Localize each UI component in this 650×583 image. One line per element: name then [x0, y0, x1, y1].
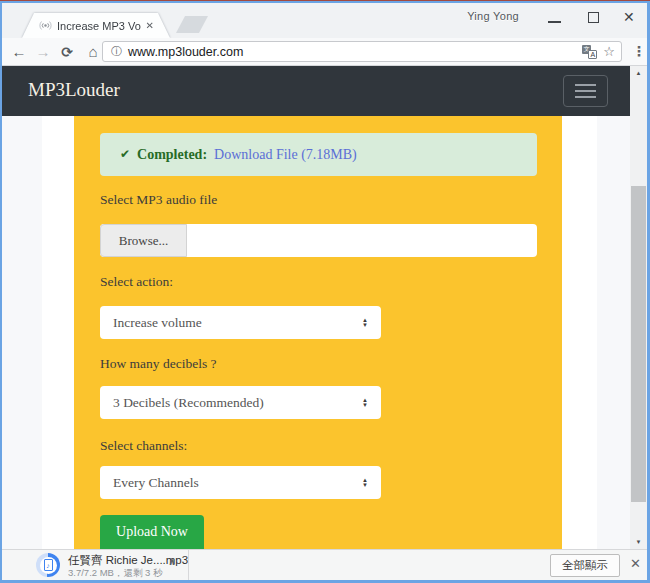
bookmark-star-icon[interactable]: ☆: [603, 44, 615, 59]
site-navbar: MP3Louder: [2, 66, 630, 116]
tab-title: Increase MP3 Volume O: [57, 20, 141, 32]
download-status: 3.7/7.2 MB，還剩 3 秒: [68, 567, 163, 580]
browser-menu-icon[interactable]: ⋮: [631, 43, 647, 61]
translate-icon-front: A: [588, 50, 597, 59]
select-arrows-icon: ▲▼: [362, 318, 368, 327]
browser-tab[interactable]: Increase MP3 Volume O ✕: [22, 13, 170, 38]
browser-toolbar: ← → ⟳ ⌂ ⓘ www.mp3louder.com 文 A ☆ ⋮: [2, 38, 647, 66]
shelf-close-icon[interactable]: ✕: [630, 556, 641, 571]
profile-name[interactable]: Ying Yong: [467, 10, 519, 22]
decibels-label: How many decibels ?: [100, 356, 217, 372]
audio-file-icon: ♪: [44, 559, 53, 571]
select-arrows-icon: ▲▼: [362, 398, 368, 407]
file-input[interactable]: Browse...: [100, 224, 537, 257]
check-icon: ✔: [120, 147, 130, 162]
page-info-icon[interactable]: ⓘ: [111, 44, 122, 59]
home-icon[interactable]: ⌂: [82, 38, 104, 65]
completed-alert: ✔ Completed: Download File (7.18MB): [100, 133, 537, 176]
page-scrollbar[interactable]: ▲ ▼: [630, 66, 647, 549]
file-label: Select MP3 audio file: [100, 192, 217, 208]
tab-close-icon[interactable]: ✕: [146, 20, 154, 31]
browser-window: Increase MP3 Volume O ✕ Ying Yong ✕ ← → …: [0, 0, 650, 583]
titlebar: Increase MP3 Volume O ✕ Ying Yong ✕: [2, 3, 647, 38]
action-select[interactable]: Increase volume ▲▼: [100, 306, 381, 339]
back-icon[interactable]: ←: [8, 38, 30, 65]
channels-label: Select channels:: [100, 438, 187, 454]
sound-wave-icon: [39, 19, 52, 32]
browse-button[interactable]: Browse...: [100, 224, 187, 257]
scroll-up-icon[interactable]: ▲: [630, 66, 647, 80]
action-label: Select action:: [100, 274, 173, 290]
form-container: ✔ Completed: Download File (7.18MB) Sele…: [74, 116, 562, 549]
window-close-button[interactable]: ✕: [623, 9, 635, 25]
completed-label: Completed:: [137, 147, 207, 163]
scroll-down-icon[interactable]: ▼: [630, 535, 647, 549]
shelf-separator: [188, 550, 189, 580]
download-shelf: ♪ 任賢齊 Richie Je....mp3 3.7/7.2 MB，還剩 3 秒…: [2, 549, 647, 580]
download-item-menu-icon[interactable]: ∧: [168, 556, 176, 567]
select-arrows-icon: ▲▼: [362, 478, 368, 487]
channels-select[interactable]: Every Channels ▲▼: [100, 466, 381, 499]
show-all-downloads-button[interactable]: 全部顯示: [550, 554, 620, 577]
url-text: www.mp3louder.com: [128, 45, 576, 59]
maximize-button[interactable]: [588, 12, 599, 23]
hamburger-menu-icon[interactable]: [563, 75, 608, 107]
reload-icon[interactable]: ⟳: [56, 38, 78, 65]
site-logo[interactable]: MP3Louder: [28, 79, 120, 101]
translate-icon[interactable]: 文 A: [582, 45, 597, 59]
page-viewport: MP3Louder ✔ Completed: Download File (7.…: [2, 66, 630, 549]
minimize-button[interactable]: [548, 21, 561, 23]
action-select-value: Increase volume: [113, 315, 362, 331]
decibels-select[interactable]: 3 Decibels (Recommended) ▲▼: [100, 386, 381, 419]
upload-now-button[interactable]: Upload Now: [100, 515, 204, 549]
download-file-link[interactable]: Download File (7.18MB): [214, 147, 357, 163]
forward-icon[interactable]: →: [32, 38, 54, 65]
scrollbar-thumb[interactable]: [631, 186, 646, 502]
decibels-select-value: 3 Decibels (Recommended): [113, 395, 362, 411]
address-bar[interactable]: ⓘ www.mp3louder.com 文 A ☆: [102, 41, 622, 62]
new-tab-button[interactable]: [176, 16, 208, 33]
download-progress-icon: ♪: [36, 553, 60, 577]
channels-select-value: Every Channels: [113, 475, 362, 491]
